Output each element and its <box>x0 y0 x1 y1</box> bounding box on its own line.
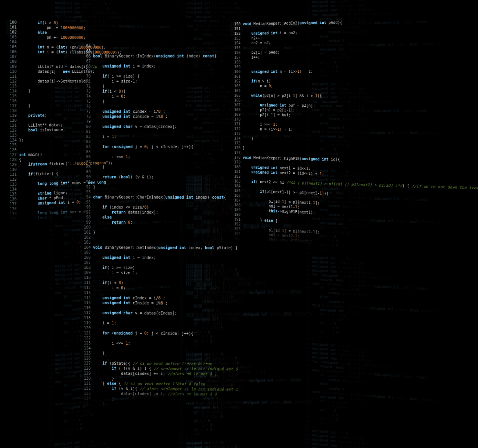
line-number: 98 <box>80 215 91 220</box>
line-number: 186 <box>230 193 240 198</box>
code-line[interactable]: } <box>19 103 31 108</box>
code-line[interactable]: } <box>19 89 31 93</box>
code-line[interactable]: if ( !(v & i) ) { // seulement si le bit… <box>93 366 238 371</box>
code-line[interactable]: int main() <box>19 152 42 157</box>
code-line[interactable]: else <box>93 215 112 220</box>
code-line[interactable]: pn -= 1000000000; <box>19 25 86 30</box>
code-line[interactable]: pn += 1000000000; <box>19 35 86 40</box>
code-line[interactable]: } <box>93 351 105 355</box>
code-line[interactable]: unsigned int cInside = i%8 ; <box>93 114 168 119</box>
code-pane-middle[interactable]: 6465666768697071727374757677787980818283… <box>80 43 238 407</box>
code-line[interactable]: unsigned char v = datas[cIndex]; <box>93 124 177 129</box>
code-line[interactable]: i <<= 1; <box>93 155 130 159</box>
code-line[interactable]: datas[cIndex] -= i; //alors on le met à … <box>93 391 217 396</box>
code-line[interactable]: return (bool) (v & i); <box>93 175 153 179</box>
code-line[interactable]: i = 1; <box>93 321 116 325</box>
code-line[interactable]: } <box>93 165 105 169</box>
code-line[interactable]: i = 0; <box>93 94 125 98</box>
code-line[interactable]: i = 1; <box>93 134 116 139</box>
line-number: 133 <box>80 391 91 396</box>
code-line[interactable]: }; <box>19 138 24 142</box>
code-line[interactable]: i++; <box>243 55 260 59</box>
code-line[interactable]: nn2 = n2; <box>243 41 271 45</box>
code-line[interactable]: unsigned int i = 0; <box>19 200 81 206</box>
line-number: 101 <box>6 25 16 30</box>
code-line[interactable]: } <box>243 136 254 140</box>
code-line[interactable]: if( i >= size) { <box>93 74 140 78</box>
code-line[interactable]: private: <box>19 113 47 118</box>
code-line[interactable]: unsigned int i = index; <box>93 64 156 68</box>
code-line[interactable]: { <box>19 158 21 162</box>
code-line[interactable]: n = 0; <box>243 84 273 88</box>
code-line[interactable]: } <box>93 84 105 88</box>
code-line[interactable]: datas[i]->SetNext(old); <box>19 79 90 83</box>
code-line[interactable]: char BinaryKeeper::CharInIndex(unsigned … <box>93 195 226 199</box>
code-line[interactable]: void BinaryKeeper::SetIndex(unsigned int… <box>93 245 238 250</box>
code-line[interactable]: else <box>19 30 47 35</box>
code-line[interactable]: if (pState){ // si on veut mettre l'état… <box>93 361 212 366</box>
code-line[interactable]: if(p1[next1-1] >= p1[next2-1]){ <box>243 189 329 196</box>
line-number: 121 <box>80 330 91 336</box>
code-area-middle[interactable]: } bool BinaryKeeper::InIndex(unsigned in… <box>93 43 238 407</box>
code-area-right[interactable]: void MedianKeeper::AddIn2(unsigned int p… <box>243 18 478 251</box>
code-line[interactable]: n2++; <box>243 36 262 40</box>
code-line[interactable]: if (index <= size/8) <box>93 205 149 209</box>
line-number: 130 <box>6 167 16 172</box>
code-line[interactable]: if( i >= size) <box>93 265 135 270</box>
code-line[interactable]: i = size-1; <box>93 270 137 275</box>
code-line[interactable]: char * pEnd; <box>19 196 65 201</box>
code-line[interactable]: unsigned char v = datas[cIndex]; <box>93 311 177 315</box>
code-line[interactable]: p2[i] = pAdd; <box>243 50 280 55</box>
code-line[interactable]: } <box>243 146 245 150</box>
code-line[interactable]: for (unsigned j = 0; j < cInside; j++){ <box>93 331 193 336</box>
code-line[interactable]: if( next2 <= n1 /*&& ( p1[next1] > p1[id… <box>243 179 478 190</box>
code-line[interactable]: while(p2[n] > p2[i-1] && i > 1){ <box>243 93 322 98</box>
code-line[interactable]: unsigned int buf = p2[n]; <box>243 103 315 108</box>
code-line[interactable]: datas[cIndex] += i; //alors on le met à … <box>93 371 217 376</box>
code-line[interactable]: } <box>93 230 95 234</box>
code-line[interactable]: } <box>93 396 114 401</box>
code-line[interactable]: } <box>93 44 95 48</box>
line-number: 102 <box>6 29 16 34</box>
code-line[interactable]: unsigned int next2 = (id<<1) + 1; <box>243 170 324 176</box>
code-line[interactable]: } <box>93 185 95 189</box>
code-line[interactable]: if(n > i) <box>243 79 271 83</box>
code-line[interactable]: return 0; <box>93 220 133 225</box>
code-line[interactable]: string ligne; <box>19 191 68 196</box>
code-line[interactable]: } <box>93 401 105 406</box>
line-number: 78 <box>80 114 91 119</box>
code-line[interactable]: bool BinaryKeeper::InIndex(unsigned int … <box>93 54 217 58</box>
code-line[interactable]: long l <box>19 215 52 221</box>
code-line[interactable]: if(fichier) { <box>19 171 58 176</box>
code-line[interactable]: unsigned int i = index; <box>93 255 156 260</box>
code-line[interactable]: return datas[index]; <box>93 210 158 215</box>
code-line[interactable]: p2[n] = p2[i-1]; <box>243 108 295 112</box>
code-line[interactable]: unsigned int cInside = i%8 ; <box>93 301 168 305</box>
code-line[interactable]: if (v & i){ // alors seulement si le bit… <box>93 386 238 392</box>
code-pane-right[interactable]: 1501511521531541551561571581591601611621… <box>230 18 478 251</box>
code-line[interactable]: } <box>93 99 105 103</box>
code-line[interactable]: if(i > 0) <box>19 20 58 25</box>
code-line[interactable]: bool isInstance; <box>19 128 65 132</box>
code-line[interactable]: void MedianKeeper::AddIn2(unsigned int p… <box>243 20 342 26</box>
code-line[interactable]: unsigned int i = nn2; <box>243 31 297 35</box>
code-line[interactable]: p2[i-1] = buf; <box>243 112 291 117</box>
code-line[interactable]: this->HighP1E(next1); <box>243 208 315 215</box>
code-line[interactable]: if(i < 0) <box>93 280 123 285</box>
code-line[interactable]: n = (i>>1) - 1; <box>243 127 293 132</box>
code-line[interactable]: void MedianKeeper::HighP1E(unsigned int … <box>243 155 340 162</box>
code-line[interactable]: } else { <box>243 218 277 223</box>
code-line[interactable]: i = 0; <box>93 286 125 290</box>
code-line[interactable]: i <<= 1; <box>93 341 130 345</box>
code-line[interactable]: i = size-1; <box>93 79 137 83</box>
code-line[interactable]: unsigned int n = (i>>1) - 1; <box>243 69 313 74</box>
code-line[interactable]: } <box>93 376 114 381</box>
code-line[interactable]: i >>= 1; <box>243 122 277 127</box>
code-line[interactable]: unsigned int cIndex = i/8 ; <box>93 109 165 114</box>
code-line[interactable]: unsigned int cIndex = i/8 ; <box>93 296 165 300</box>
code-line[interactable]: LLLInt** datas; <box>19 123 63 127</box>
code-line[interactable]: } else { // si on veut mettre l'état à f… <box>93 381 205 386</box>
code-line[interactable]: for (unsigned j = 0; j < cInside; j++){ <box>93 144 193 149</box>
code-line[interactable]: long long int box = 0; <box>19 209 88 216</box>
code-line[interactable]: if(i < 0){ <box>93 89 125 93</box>
